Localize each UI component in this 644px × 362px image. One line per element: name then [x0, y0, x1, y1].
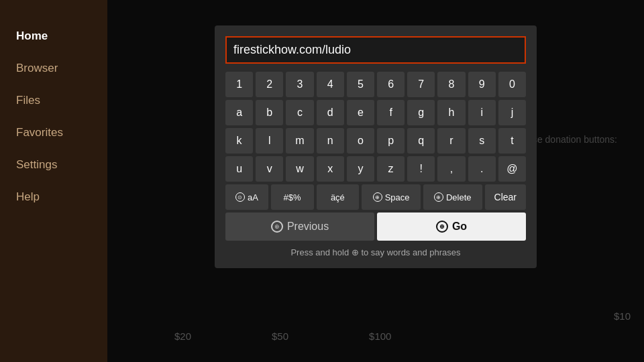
caps-button[interactable]: ⊙ aA [225, 184, 268, 210]
key-e[interactable]: e [347, 100, 374, 125]
key-v[interactable]: v [256, 156, 283, 182]
key-g[interactable]: g [407, 100, 435, 125]
key-s[interactable]: s [468, 128, 496, 154]
delete-button[interactable]: ⊕ Delete [423, 184, 482, 210]
number-row: 1 2 3 4 5 6 7 8 9 0 [225, 72, 526, 97]
key-y[interactable]: y [347, 156, 374, 182]
action-row: ⊕ Previous ⊕ Go [225, 213, 526, 241]
key-exclaim[interactable]: ! [407, 156, 435, 182]
key-at[interactable]: @ [498, 156, 526, 182]
key-c[interactable]: c [286, 100, 313, 125]
key-2[interactable]: 2 [256, 72, 283, 97]
key-period[interactable]: . [468, 156, 496, 182]
main-content: ase donation buttons: ) $10 $20 $50 $100… [107, 0, 644, 362]
key-comma[interactable]: , [437, 156, 465, 182]
key-0[interactable]: 0 [498, 72, 526, 97]
key-9[interactable]: 9 [468, 72, 496, 97]
key-8[interactable]: 8 [437, 72, 465, 97]
key-b[interactable]: b [256, 100, 283, 125]
row-a-j: a b c d e f g h i j [225, 100, 526, 125]
key-a[interactable]: a [225, 100, 253, 125]
url-input[interactable] [225, 36, 526, 64]
key-p[interactable]: p [377, 128, 405, 154]
sidebar-item-home[interactable]: Home [0, 20, 107, 52]
key-7[interactable]: 7 [407, 72, 435, 97]
sidebar-item-files[interactable]: Files [0, 84, 107, 117]
key-w[interactable]: w [286, 156, 313, 182]
go-icon: ⊕ [436, 221, 448, 233]
keyboard-dialog: 1 2 3 4 5 6 7 8 9 0 a b c d e f g h [215, 25, 537, 268]
key-f[interactable]: f [377, 100, 405, 125]
key-d[interactable]: d [317, 100, 344, 125]
sidebar-item-settings[interactable]: Settings [0, 149, 107, 181]
special-row: ⊙ aA #$% äçé ⊕ Space ⊕ Delete [225, 184, 526, 210]
key-m[interactable]: m [286, 128, 313, 154]
row-u-at: u v w x y z ! , . @ [225, 156, 526, 182]
caps-icon: ⊙ [235, 192, 245, 202]
sidebar-item-help[interactable]: Help [0, 181, 107, 213]
key-k[interactable]: k [225, 128, 253, 154]
key-x[interactable]: x [317, 156, 344, 182]
key-u[interactable]: u [225, 156, 253, 182]
key-i[interactable]: i [468, 100, 496, 125]
voice-hint: Press and hold ⊕ to say words and phrase… [225, 247, 526, 257]
previous-button[interactable]: ⊕ Previous [225, 213, 374, 241]
key-h[interactable]: h [437, 100, 465, 125]
url-input-container [225, 36, 526, 64]
space-icon: ⊕ [373, 192, 382, 202]
key-j[interactable]: j [498, 100, 526, 125]
delete-icon: ⊕ [434, 192, 443, 202]
row-k-t: k l m n o p q r s t [225, 128, 526, 154]
key-q[interactable]: q [407, 128, 435, 154]
accents-button[interactable]: äçé [317, 184, 360, 210]
go-button[interactable]: ⊕ Go [377, 213, 526, 241]
space-button[interactable]: ⊕ Space [362, 184, 421, 210]
keyboard: 1 2 3 4 5 6 7 8 9 0 a b c d e f g h [225, 72, 526, 210]
key-n[interactable]: n [317, 128, 344, 154]
sidebar-item-favorites[interactable]: Favorites [0, 117, 107, 149]
sidebar-item-browser[interactable]: Browser [0, 52, 107, 84]
key-1[interactable]: 1 [225, 72, 253, 97]
key-5[interactable]: 5 [347, 72, 374, 97]
sidebar: Home Browser Files Favorites Settings He… [0, 0, 107, 362]
key-4[interactable]: 4 [317, 72, 344, 97]
key-3[interactable]: 3 [286, 72, 313, 97]
previous-icon: ⊕ [271, 221, 283, 233]
key-r[interactable]: r [437, 128, 465, 154]
key-l[interactable]: l [256, 128, 283, 154]
key-t[interactable]: t [498, 128, 526, 154]
key-z[interactable]: z [377, 156, 405, 182]
key-6[interactable]: 6 [377, 72, 405, 97]
symbols-button[interactable]: #$% [271, 184, 314, 210]
key-o[interactable]: o [347, 128, 374, 154]
clear-button[interactable]: Clear [485, 184, 526, 210]
